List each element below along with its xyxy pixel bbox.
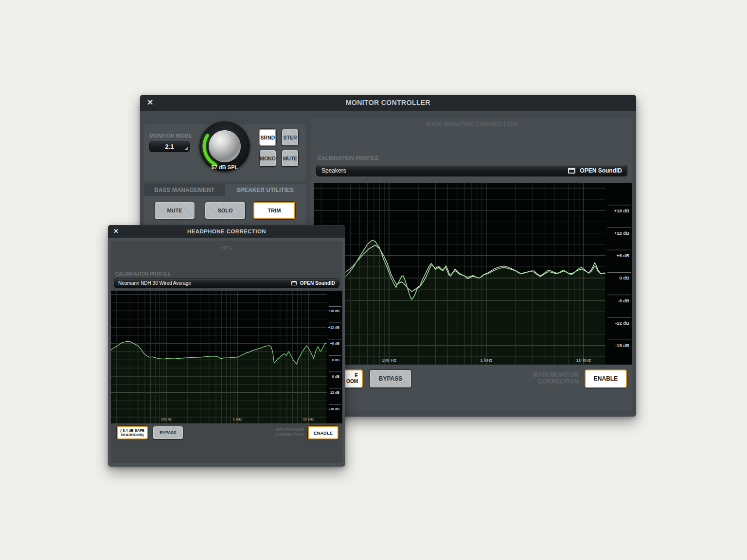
monitor-controller-title: MONITOR CONTROLLER — [140, 99, 636, 106]
profile-value: Speakers — [321, 167, 346, 174]
svg-text:+18 dB: +18 dB — [614, 208, 630, 213]
speakers-profile-dropdown[interactable]: Speakers OPEN SoundID — [316, 165, 627, 176]
svg-text:+6 dB: +6 dB — [330, 342, 339, 345]
speaker-trim-button[interactable]: TRIM — [253, 202, 295, 219]
mode-button-mute[interactable]: MUTE — [282, 150, 299, 167]
speaker-tabs: BASS MANAGEMENT SPEAKER UTILITIES — [144, 184, 305, 196]
svg-text:+12 dB: +12 dB — [614, 230, 630, 236]
open-soundid-button[interactable]: OPEN SoundID — [568, 167, 622, 174]
caption-line1: HEADPHONE — [276, 427, 304, 432]
monitor-mode-dropdown[interactable]: 2.1 — [149, 141, 190, 152]
main-monitor-correction-caption: MAIN MONITOR CORRECTION — [533, 372, 579, 385]
headphone-correction-window: ✕ HEADPHONE CORRECTION HP 1 CALIBRATION … — [108, 225, 345, 467]
svg-text:-6 dB: -6 dB — [618, 298, 629, 303]
headphone-bypass-button[interactable]: BYPASS — [153, 426, 183, 439]
svg-text:-12 dB: -12 dB — [329, 391, 339, 394]
mode-button-srnd[interactable]: SRND — [259, 129, 276, 146]
main-enable-button[interactable]: ENABLE — [585, 369, 627, 388]
monitor-mode-value: 2.1 — [165, 143, 174, 150]
svg-text:0 dB: 0 dB — [619, 275, 629, 280]
main-bypass-button[interactable]: BYPASS — [370, 369, 411, 388]
open-soundid-button[interactable]: OPEN SoundID — [291, 280, 335, 286]
svg-text:100 Hz: 100 Hz — [161, 418, 172, 421]
caption-line1: MAIN MONITOR — [533, 371, 579, 378]
svg-text:0 dB: 0 dB — [332, 358, 339, 362]
headphone-enable-button[interactable]: ENABLE — [308, 426, 338, 439]
monitor-mode-label: MONITOR MODE — [149, 133, 192, 139]
svg-text:100 Hz: 100 Hz — [382, 357, 396, 363]
headphone-titlebar: ✕ HEADPHONE CORRECTION — [108, 225, 345, 238]
volume-knob[interactable]: 57 dB SPL — [199, 121, 250, 172]
svg-text:1 kHz: 1 kHz — [480, 357, 492, 363]
headphone-response-chart: 100 Hz1 kHz10 kHz+18 dB+12 dB+6 dB0 dB-6… — [111, 291, 342, 423]
svg-text:10 kHz: 10 kHz — [303, 418, 314, 421]
svg-text:-18 dB: -18 dB — [615, 343, 629, 348]
monitor-controller-titlebar: ✕ MONITOR CONTROLLER — [140, 95, 636, 111]
svg-text:1 kHz: 1 kHz — [233, 418, 242, 421]
speaker-mute-button[interactable]: MUTE — [154, 202, 195, 219]
spl-value: 57 dB SPL — [199, 164, 250, 170]
open-soundid-label: OPEN SoundID — [580, 167, 622, 174]
mode-button-ster[interactable]: STER — [282, 129, 299, 146]
speaker-solo-button[interactable]: SOLO — [205, 202, 246, 219]
profile-value: Neumann NDH 30 Wired Average — [118, 280, 191, 286]
safe-headroom-line1: E — [355, 373, 358, 378]
open-window-icon — [568, 168, 575, 174]
calibration-profile-label: CALIBRATION PROFILE — [318, 155, 379, 161]
mode-button-mono[interactable]: MONO — [259, 150, 276, 167]
main-monitor-correction-panel: MAIN MONITOR CORRECTION CALIBRATION PROF… — [311, 118, 632, 411]
svg-text:10 kHz: 10 kHz — [576, 357, 591, 363]
safe-headroom-line2: OOM — [346, 379, 358, 384]
safe-headroom-line2: HEADROOM) — [121, 433, 143, 437]
open-window-icon — [291, 281, 297, 285]
svg-text:-12 dB: -12 dB — [615, 320, 629, 326]
main-monitor-response-chart: 100 Hz1 kHz10 kHz+18 dB+12 dB+6 dB0 dB-6… — [314, 183, 632, 365]
hp-channel-label: HP 1 — [108, 245, 345, 251]
safe-headroom-line1: (-8.4 dB SAFE — [120, 428, 144, 433]
knob-cap — [209, 130, 241, 162]
headphone-profile-dropdown[interactable]: Neumann NDH 30 Wired Average OPEN SoundI… — [114, 279, 339, 288]
svg-text:-6 dB: -6 dB — [331, 375, 340, 378]
headphone-title: HEADPHONE CORRECTION — [108, 228, 345, 234]
main-monitor-correction-title: MAIN MONITOR CORRECTION — [311, 121, 632, 128]
caption-line2: CORRECTION — [538, 378, 579, 385]
caption-line2: CORRECTION — [275, 432, 304, 437]
open-soundid-label: OPEN SoundID — [300, 280, 335, 286]
svg-text:+12 dB: +12 dB — [328, 326, 339, 329]
svg-text:-18 dB: -18 dB — [329, 407, 339, 411]
tab-bass-management[interactable]: BASS MANAGEMENT — [144, 184, 225, 196]
svg-text:+18 dB: +18 dB — [328, 309, 339, 313]
tab-speaker-utilities[interactable]: SPEAKER UTILITIES — [225, 184, 305, 196]
safe-headroom-button[interactable]: (-8.4 dB SAFE HEADROOM) — [117, 426, 148, 439]
calibration-profile-label: CALIBRATION PROFILE — [115, 271, 171, 277]
dropdown-corner-icon — [184, 147, 188, 150]
headphone-correction-caption: HEADPHONE CORRECTION — [275, 428, 304, 438]
svg-text:+6 dB: +6 dB — [617, 253, 629, 258]
